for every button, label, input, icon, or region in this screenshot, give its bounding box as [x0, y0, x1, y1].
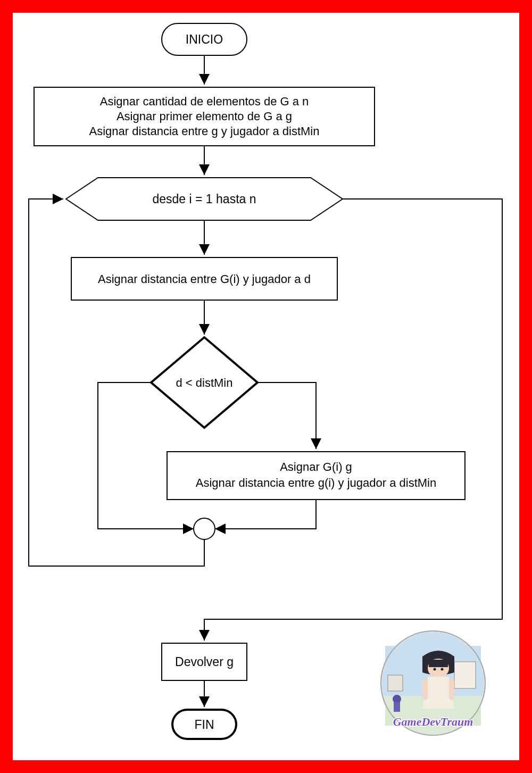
svg-rect-11 [429, 660, 448, 667]
merge-node [194, 518, 215, 539]
diagram-frame: INICIO Asignar cantidad de elementos de … [0, 0, 532, 773]
svg-point-12 [434, 668, 436, 671]
arrow-update-merge [215, 500, 316, 529]
end-label: FIN [194, 718, 214, 732]
logo-text: GameDevTraum [393, 715, 473, 728]
svg-rect-7 [388, 675, 403, 691]
svg-rect-14 [422, 679, 428, 700]
assign-d-label: Asignar distancia entre G(i) y jugador a… [98, 272, 311, 286]
update-line1: Asignar G(i) g [280, 460, 352, 473]
init-line1: Asignar cantidad de elementos de G a n [100, 95, 309, 108]
init-line3: Asignar distancia entre g y jugador a di… [89, 124, 320, 138]
start-label: INICIO [186, 32, 223, 46]
decision-label: d < distMin [176, 376, 233, 389]
arrow-decision-right [257, 383, 316, 449]
loop-label: desde i = 1 hasta n [152, 192, 256, 206]
svg-rect-6 [454, 662, 476, 688]
svg-point-13 [441, 668, 444, 671]
init-line2: Asignar primer elemento de G a g [117, 110, 292, 123]
update-line2: Asignar distancia entre g(i) y jugador a… [196, 476, 436, 489]
logo-badge: GameDevTraum [381, 631, 485, 738]
svg-rect-15 [449, 679, 454, 700]
return-label: Devolver g [175, 655, 234, 669]
svg-rect-9 [394, 702, 400, 712]
svg-point-8 [393, 695, 401, 703]
flowchart-svg: INICIO Asignar cantidad de elementos de … [13, 13, 519, 760]
